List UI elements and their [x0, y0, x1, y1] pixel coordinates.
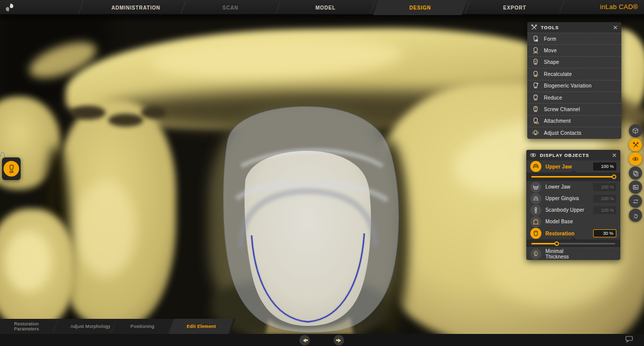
tool-item-screw-channel[interactable]: Screw Channel: [527, 103, 621, 115]
display-objects-header: DISPLAY OBJECTS ✕: [526, 150, 620, 160]
tool-item-recalculate[interactable]: Recalculate: [527, 68, 621, 79]
step-label: Positioning: [130, 324, 154, 329]
tool-item-label: Adjust Contacts: [544, 130, 582, 136]
restoration-icon: 26: [4, 161, 19, 177]
copy-view-icon[interactable]: [629, 166, 642, 180]
slider-handle[interactable]: [554, 241, 559, 246]
display-item-label: Minimal Thickness: [545, 248, 576, 260]
opacity-value[interactable]: 100 %: [593, 183, 616, 191]
snapshot-icon[interactable]: [629, 181, 642, 194]
tool-item-label: Biogeneric Variation: [544, 83, 592, 89]
opacity-value[interactable]: 30 %: [593, 229, 616, 237]
next-step-button[interactable]: [334, 335, 344, 345]
step-restoration-parameters[interactable]: Restoration Parameters: [14, 319, 54, 334]
slider-handle[interactable]: [612, 175, 616, 179]
comment-icon[interactable]: [625, 335, 634, 343]
restoration-crown: [223, 107, 398, 332]
upper-gingiva-icon: [530, 193, 541, 204]
display-item-label: Lower Jaw: [545, 184, 571, 190]
tools-icon: [531, 24, 537, 31]
tool-item-move[interactable]: Move: [527, 44, 621, 56]
step-adjust-morphology[interactable]: Adjust Morphology: [70, 319, 111, 334]
display-objects-icon[interactable]: [629, 152, 642, 165]
step-separator: [111, 320, 116, 333]
tool-item-shape[interactable]: Shape: [527, 56, 621, 68]
view-side-toolbar: [629, 124, 642, 222]
display-item-scanbody-upper[interactable]: Scanbody Upper 100 %: [526, 204, 620, 216]
tooth-number: 26: [10, 170, 14, 174]
arrow-left-icon: [303, 338, 306, 342]
tool-item-label: Shape: [544, 59, 559, 65]
tool-item-label: Recalculate: [544, 71, 572, 77]
display-item-label: Upper Gingiva: [545, 196, 579, 201]
tool-item-label: Attachment: [544, 118, 571, 124]
inlab-cad-app: ADMINISTRATION SCAN MODEL DESIGN EXPORT …: [0, 0, 644, 346]
tab-scan[interactable]: SCAN: [185, 0, 276, 15]
opacity-value[interactable]: 100 %: [593, 195, 616, 203]
workflow-steps-bar: Restoration Parameters Adjust Morphology…: [0, 319, 240, 334]
slider-track[interactable]: [531, 176, 615, 178]
step-edit-element[interactable]: Edit Element: [187, 319, 216, 334]
tooth-form-icon: [532, 35, 539, 43]
tab-label: ADMINISTRATION: [111, 5, 160, 11]
previous-step-button[interactable]: [299, 335, 310, 345]
opacity-value[interactable]: 100 %: [593, 206, 616, 214]
display-item-upper-gingiva[interactable]: Upper Gingiva 100 %: [526, 193, 620, 204]
attachment-icon: [532, 117, 539, 125]
tooth-recalculate-icon: [532, 70, 539, 78]
slider-track[interactable]: [531, 243, 615, 244]
gingiva-mini-icon: [0, 151, 6, 157]
tool-item-label: Form: [544, 36, 556, 42]
tab-administration[interactable]: ADMINISTRATION: [91, 0, 181, 15]
top-navigation-bar: ADMINISTRATION SCAN MODEL DESIGN EXPORT …: [0, 0, 644, 15]
tab-label: SCAN: [222, 5, 238, 11]
grab-move-icon[interactable]: [629, 209, 642, 222]
upper-jaw-opacity-slider[interactable]: [526, 172, 620, 181]
restoration-opacity-slider[interactable]: [526, 239, 620, 247]
display-item-minimal-thickness[interactable]: Minimal Thickness: [526, 247, 620, 260]
tool-item-adjust-contacts[interactable]: Adjust Contacts: [527, 127, 621, 138]
tool-item-label: Reduce: [544, 95, 562, 101]
tool-item-reduce[interactable]: Reduce: [527, 92, 621, 103]
tab-label: DESIGN: [409, 5, 431, 11]
tab-label: MODEL: [315, 5, 336, 11]
restoration-tooth-badge[interactable]: 26: [2, 157, 21, 180]
tools-icon[interactable]: [629, 138, 642, 151]
undo-redo-icon[interactable]: [629, 195, 642, 208]
display-item-lower-jaw[interactable]: Lower Jaw 100 %: [526, 181, 620, 193]
opacity-value[interactable]: 100 %: [593, 162, 616, 170]
tooth-move-icon: [532, 47, 539, 54]
tooth-biogeneric-icon: [532, 82, 539, 90]
display-item-label: Model Base: [545, 219, 573, 224]
close-icon[interactable]: ✕: [613, 25, 618, 31]
tools-panel-title: TOOLS: [541, 25, 559, 30]
tool-item-attachment[interactable]: Attachment: [527, 115, 621, 127]
display-item-label: Restoration: [545, 231, 575, 236]
minimal-thickness-icon: [530, 248, 541, 260]
tab-design[interactable]: DESIGN: [375, 0, 465, 15]
display-objects-panel: DISPLAY OBJECTS ✕ Upper Jaw 100 % Lower …: [526, 150, 620, 260]
tab-export[interactable]: EXPORT: [469, 0, 560, 15]
bottom-bar: [0, 334, 644, 346]
close-icon[interactable]: ✕: [612, 152, 617, 158]
tool-item-biogeneric-variation[interactable]: Biogeneric Variation: [527, 80, 621, 92]
tool-item-label: Screw Channel: [544, 107, 580, 112]
display-objects-title: DISPLAY OBJECTS: [540, 153, 589, 158]
upper-jaw-icon: [530, 161, 541, 172]
model-base-icon: [530, 216, 541, 227]
tab-model[interactable]: MODEL: [280, 0, 371, 15]
tool-item-form[interactable]: Form: [527, 33, 621, 44]
tools-panel: TOOLS ✕ Form Move Shape Recalculate Biog…: [527, 22, 621, 139]
screw-channel-icon: [532, 106, 539, 113]
step-positioning[interactable]: Positioning: [130, 319, 154, 334]
slider-fill: [531, 243, 556, 244]
tooth-shape-icon: [532, 58, 539, 66]
display-item-model-base[interactable]: Model Base: [526, 216, 620, 227]
tooth-reduce-icon: [532, 94, 539, 102]
arrow-right-icon: [338, 338, 341, 342]
app-brand: inLab CAD®: [600, 3, 638, 11]
step-label: Restoration Parameters: [14, 321, 54, 332]
view-cube-icon[interactable]: [629, 124, 642, 137]
slider-notch: [571, 170, 576, 172]
display-item-label: Scanbody Upper: [545, 207, 584, 213]
